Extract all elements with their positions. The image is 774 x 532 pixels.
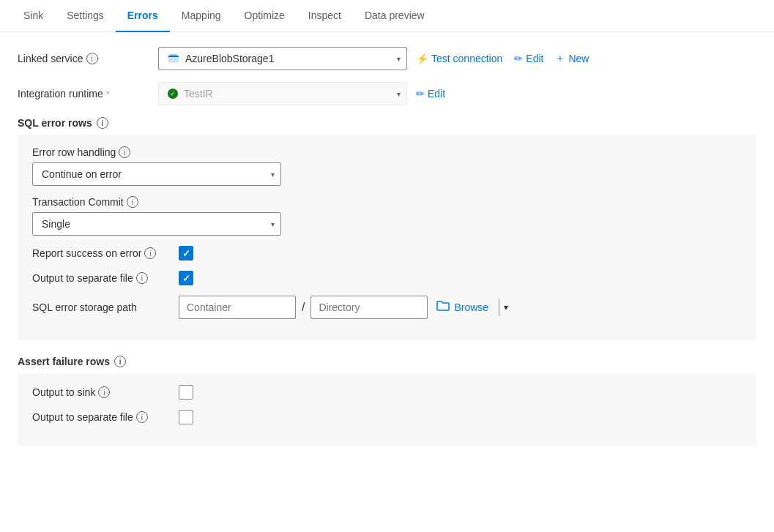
integration-runtime-label: Integration runtime * (18, 88, 149, 100)
transaction-commit-label: Transaction Commit (32, 196, 124, 208)
error-row-handling-info-icon[interactable]: i (119, 146, 130, 158)
tab-inspect[interactable]: Inspect (297, 0, 353, 32)
integration-runtime-row: Integration runtime * TestIR ▾ ✏ Edit (18, 82, 756, 105)
assert-failure-info-icon[interactable]: i (114, 356, 126, 367)
tab-sink[interactable]: Sink (12, 0, 55, 32)
tab-mapping[interactable]: Mapping (170, 0, 233, 32)
new-linked-service-button[interactable]: ＋ New (555, 52, 589, 65)
test-connection-button[interactable]: ⚡ Test connection (416, 53, 502, 64)
browse-chevron-icon[interactable]: ▾ (504, 302, 508, 312)
assert-failure-section-header: Assert failure rows i (18, 356, 756, 367)
assert-output-separate-row: Output to separate file i (32, 410, 742, 424)
linked-service-row: Linked service i AzureBlobStorage1 ▾ ⚡ T… (18, 47, 756, 70)
storage-path-label: SQL error storage path (32, 301, 137, 313)
storage-path-inputs: / Browse ▾ (179, 296, 508, 319)
directory-input[interactable] (310, 296, 428, 319)
folder-icon (436, 300, 450, 315)
main-content: Linked service i AzureBlobStorage1 ▾ ⚡ T… (0, 32, 774, 476)
required-asterisk: * (106, 89, 110, 100)
svg-rect-2 (168, 56, 179, 57)
linked-service-actions: ⚡ Test connection ✏ Edit ＋ New (416, 52, 589, 65)
edit-runtime-icon: ✏ (416, 88, 425, 100)
sql-error-info-icon[interactable]: i (97, 117, 108, 129)
sql-error-section-header: SQL error rows i (18, 117, 756, 129)
output-to-sink-checkbox[interactable] (179, 385, 193, 400)
error-row-handling-dropdown[interactable]: Continue on error ▾ (32, 162, 281, 186)
assert-output-separate-label: Output to separate file (32, 411, 133, 423)
path-slash: / (299, 301, 308, 314)
assert-output-info-icon[interactable]: i (136, 411, 148, 423)
sql-error-title: SQL error rows (18, 117, 92, 129)
tab-settings[interactable]: Settings (55, 0, 116, 32)
browse-divider (499, 299, 499, 316)
assert-failure-title: Assert failure rows (18, 356, 110, 367)
edit-pencil-icon: ✏ (514, 53, 523, 64)
storage-icon (168, 53, 179, 64)
transaction-commit-dropdown[interactable]: Single ▾ (32, 212, 281, 236)
output-separate-info-icon[interactable]: i (136, 272, 148, 284)
runtime-chevron-icon: ▾ (397, 90, 401, 98)
linked-service-chevron-icon: ▾ (397, 55, 401, 63)
edit-runtime-button[interactable]: ✏ Edit (416, 88, 445, 100)
transaction-commit-block: Transaction Commit i Single ▾ (32, 196, 742, 236)
runtime-status-icon (168, 89, 178, 99)
linked-service-label: Linked service i (18, 53, 149, 64)
report-success-info-icon[interactable]: i (144, 247, 156, 259)
output-to-sink-info-icon[interactable]: i (98, 386, 110, 398)
report-success-label: Report success on error (32, 247, 141, 259)
assert-output-separate-checkbox[interactable] (179, 410, 193, 424)
assert-failure-rows-container: Output to sink i Output to separate file… (18, 373, 756, 446)
transaction-commit-chevron: ▾ (271, 220, 275, 228)
transaction-commit-info-icon[interactable]: i (127, 196, 138, 208)
report-success-row: Report success on error i (32, 246, 742, 261)
browse-button[interactable]: Browse (431, 300, 494, 315)
output-separate-file-row: Output to separate file i (32, 271, 742, 285)
linked-service-dropdown[interactable]: AzureBlobStorage1 ▾ (158, 47, 407, 70)
output-separate-file-label: Output to separate file (32, 272, 133, 284)
tab-bar: Sink Settings Errors Mapping Optimize In… (0, 0, 774, 32)
plus-icon: ＋ (555, 52, 565, 65)
container-input[interactable] (179, 296, 296, 319)
tab-errors[interactable]: Errors (116, 0, 170, 32)
error-row-handling-chevron: ▾ (271, 171, 275, 179)
tab-data-preview[interactable]: Data preview (353, 0, 436, 32)
linked-service-info-icon[interactable]: i (86, 53, 98, 64)
error-row-handling-block: Error row handling i Continue on error ▾ (32, 146, 742, 186)
error-row-handling-label: Error row handling (32, 146, 116, 158)
test-connection-icon: ⚡ (416, 53, 428, 64)
integration-runtime-dropdown[interactable]: TestIR ▾ (158, 82, 407, 105)
output-separate-file-checkbox[interactable] (179, 271, 193, 285)
sql-error-rows-container: Error row handling i Continue on error ▾… (18, 135, 756, 341)
report-success-checkbox[interactable] (179, 246, 193, 261)
output-to-sink-row: Output to sink i (32, 385, 742, 400)
tab-optimize[interactable]: Optimize (233, 0, 297, 32)
edit-linked-service-button[interactable]: ✏ Edit (514, 53, 543, 64)
output-to-sink-label: Output to sink (32, 386, 95, 398)
storage-path-row: SQL error storage path / Browse ▾ (32, 296, 742, 319)
